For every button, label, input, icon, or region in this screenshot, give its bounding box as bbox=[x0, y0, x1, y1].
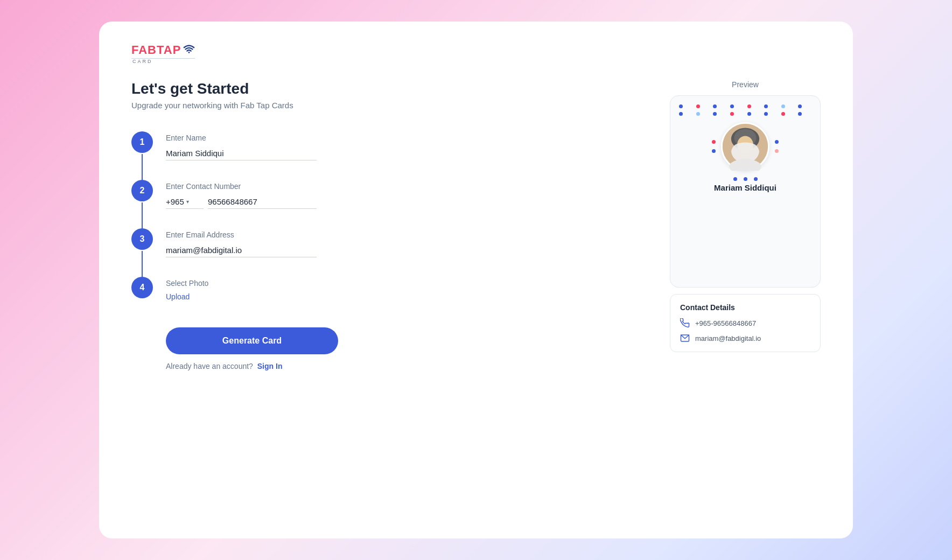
content-area: Let's get Started Upgrade your networkin… bbox=[131, 80, 821, 517]
signin-link[interactable]: Sign In bbox=[257, 362, 283, 370]
logo-sub: CARD bbox=[132, 59, 195, 64]
email-icon bbox=[680, 333, 690, 343]
step-4-number: 4 bbox=[131, 277, 153, 298]
dot bbox=[764, 104, 768, 108]
step-3-label: Enter Email Address bbox=[166, 230, 358, 239]
upload-link[interactable]: Upload bbox=[166, 292, 190, 301]
logo-text: FABTAP bbox=[131, 43, 181, 57]
phone-icon bbox=[680, 318, 690, 328]
step-1-label: Enter Name bbox=[166, 134, 358, 142]
step-3: 3 Enter Email Address bbox=[131, 228, 358, 257]
contact-details-title: Contact Details bbox=[680, 303, 810, 312]
dot bbox=[747, 104, 751, 108]
preview-area: Preview bbox=[670, 80, 821, 517]
step-3-content: Enter Email Address bbox=[166, 228, 358, 257]
dot bbox=[679, 112, 683, 116]
step-2: 2 Enter Contact Number +965 ▾ bbox=[131, 180, 358, 209]
dot bbox=[798, 104, 802, 108]
dot bbox=[744, 177, 747, 181]
phone-row: +965 ▾ bbox=[166, 195, 317, 209]
page-title: Let's get Started bbox=[131, 80, 358, 97]
form-area: Let's get Started Upgrade your networkin… bbox=[131, 80, 358, 517]
contact-details-card: Contact Details +965-96566848667 mariam@… bbox=[670, 294, 821, 352]
dot bbox=[679, 104, 683, 108]
country-code-value: +965 bbox=[166, 197, 184, 206]
preview-card: Mariam Siddiqui bbox=[670, 95, 821, 288]
avatar-svg bbox=[723, 122, 768, 171]
dot bbox=[696, 112, 700, 116]
svg-point-0 bbox=[188, 52, 190, 53]
left-dots bbox=[712, 140, 716, 153]
dot bbox=[696, 104, 700, 108]
page-subtitle: Upgrade your networking with Fab Tap Car… bbox=[131, 101, 358, 110]
avatar bbox=[721, 122, 769, 171]
step-4: 4 Select Photo Upload bbox=[131, 277, 358, 302]
logo-wrapper: FABTAP CARD bbox=[131, 43, 195, 64]
step-2-content: Enter Contact Number +965 ▾ bbox=[166, 180, 358, 209]
logo-fab: FAB bbox=[131, 43, 157, 57]
dot bbox=[712, 140, 716, 144]
step-3-number: 3 bbox=[131, 228, 153, 250]
signin-row: Already have an account? Sign In bbox=[166, 362, 358, 370]
step-1-number: 1 bbox=[131, 131, 153, 153]
contact-email-row: mariam@fabdigital.io bbox=[680, 333, 810, 343]
signin-prompt: Already have an account? bbox=[166, 362, 253, 370]
step-2-number: 2 bbox=[131, 180, 153, 201]
step-1-content: Enter Name bbox=[166, 131, 358, 160]
dots-row-bottom bbox=[670, 175, 820, 183]
dot bbox=[764, 112, 768, 116]
email-input[interactable] bbox=[166, 243, 317, 257]
dots-grid-top bbox=[670, 96, 820, 118]
spacer bbox=[401, 80, 627, 517]
dot bbox=[712, 149, 716, 153]
step-4-label: Select Photo bbox=[166, 279, 358, 288]
name-input[interactable] bbox=[166, 146, 317, 160]
preview-name: Mariam Siddiqui bbox=[670, 183, 820, 201]
dot bbox=[713, 104, 717, 108]
generate-card-button[interactable]: Generate Card bbox=[166, 327, 338, 354]
step-4-content: Select Photo Upload bbox=[166, 277, 358, 302]
dot bbox=[747, 112, 751, 116]
phone-input[interactable] bbox=[208, 195, 317, 209]
step-1: 1 Enter Name bbox=[131, 131, 358, 160]
contact-phone-row: +965-96566848667 bbox=[680, 318, 810, 328]
logo-area: FABTAP CARD bbox=[131, 43, 821, 64]
dot bbox=[713, 112, 717, 116]
avatar-section bbox=[670, 118, 820, 175]
contact-phone-value: +965-96566848667 bbox=[695, 319, 756, 327]
dot bbox=[754, 177, 758, 181]
dot bbox=[775, 140, 779, 144]
dot bbox=[775, 149, 779, 153]
right-dots bbox=[775, 140, 779, 153]
preview-label: Preview bbox=[670, 80, 821, 89]
dot bbox=[781, 104, 785, 108]
country-code-selector[interactable]: +965 ▾ bbox=[166, 195, 204, 209]
main-card: FABTAP CARD Let's get Started Upgrade yo… bbox=[99, 22, 853, 538]
wifi-icon bbox=[183, 44, 195, 54]
dot bbox=[730, 104, 734, 108]
card-body-space bbox=[670, 201, 820, 287]
dot bbox=[781, 112, 785, 116]
chevron-down-icon: ▾ bbox=[186, 199, 189, 205]
logo-tap: TAP bbox=[157, 43, 181, 57]
step-2-label: Enter Contact Number bbox=[166, 182, 358, 191]
dot bbox=[733, 177, 737, 181]
dot bbox=[730, 112, 734, 116]
dot bbox=[798, 112, 802, 116]
contact-email-value: mariam@fabdigital.io bbox=[695, 334, 761, 342]
steps-container: 1 Enter Name 2 Enter Contact Number + bbox=[131, 131, 358, 302]
